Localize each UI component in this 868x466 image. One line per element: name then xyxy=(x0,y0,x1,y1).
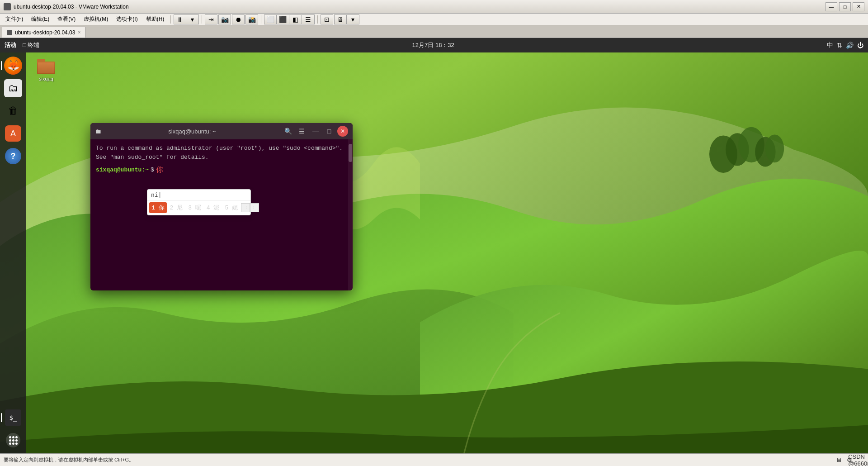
terminal-menu-label[interactable]: □ 终端 xyxy=(23,41,39,49)
dot-grid xyxy=(9,436,18,445)
terminal-prompt-symbol: $ xyxy=(151,166,154,173)
terminal-prompt-input-text: 你 xyxy=(156,165,163,175)
ime-candidate-2[interactable]: 2 尼 xyxy=(168,202,185,213)
toolbar-separator-3 xyxy=(261,15,261,24)
terminal-folder-icon: 🖿 xyxy=(95,128,101,135)
vmware-app-icon xyxy=(4,3,11,10)
snapshot-btn[interactable]: 📸 xyxy=(245,14,258,24)
view-dropdown[interactable]: ☰ xyxy=(302,14,315,24)
window-title: ubuntu-desktop-20.04.03 - VMware Worksta… xyxy=(14,4,129,10)
ime-candidate-1[interactable]: 1 你 xyxy=(149,202,167,213)
ime-candidate-5[interactable]: 5 妮 xyxy=(222,202,240,213)
send-key-btn[interactable]: ⇥ xyxy=(205,14,217,24)
ime-nav-buttons: 〈 〉 xyxy=(241,203,259,212)
help-icon: ? xyxy=(5,148,21,164)
svg-point-5 xyxy=(765,134,784,162)
title-bar: ubuntu-desktop-20.04.03 - VMware Worksta… xyxy=(0,0,868,14)
power-btn[interactable]: ⏸ xyxy=(174,14,186,24)
ime-candidate-3[interactable]: 3 呢 xyxy=(186,202,203,213)
menu-tabs[interactable]: 选项卡(I) xyxy=(113,14,141,24)
toolbar-separator-1 xyxy=(170,15,171,24)
power-status-icon[interactable]: ⏻ xyxy=(857,42,863,49)
power-dropdown[interactable]: ▾ xyxy=(186,14,199,24)
display-btn[interactable]: 🖥 xyxy=(334,14,347,24)
folder-icon xyxy=(37,59,55,75)
fullscreen-btn[interactable]: ⬛ xyxy=(277,14,289,24)
terminal-info-line1: To run a command as administrator (user … xyxy=(96,144,347,153)
dock-item-terminal[interactable]: $_ xyxy=(4,408,23,427)
terminal-title: sixqaq@ubuntu: ~ xyxy=(168,128,216,135)
vm-tab[interactable]: ubuntu-desktop-20.04.03 × xyxy=(2,27,85,38)
screenshot-btn[interactable]: 📷 xyxy=(218,14,231,24)
dock-item-help[interactable]: ? xyxy=(4,147,23,166)
dock-item-app-grid[interactable] xyxy=(4,431,23,450)
dock-item-files[interactable]: 🗂 xyxy=(4,79,23,98)
dock-item-software[interactable]: A xyxy=(4,124,23,143)
vm-tab-icon xyxy=(7,30,12,35)
software-center-icon: A xyxy=(5,125,21,142)
prompt-username: sixqaq@ubuntu xyxy=(96,166,142,173)
terminal-scrollbar-thumb[interactable] xyxy=(349,144,352,162)
minimize-button[interactable]: — xyxy=(826,2,837,11)
unity-btn[interactable]: ◧ xyxy=(289,14,302,24)
gnome-top-bar: 活动 □ 终端 12月7日 18：32 中 ⇅ 🔊 ⏻ xyxy=(0,38,868,52)
status-csdn-label: CSDN @6660ro xyxy=(856,456,864,464)
status-bar-right: 🖥 ⚙ CSDN @6660ro xyxy=(835,456,864,464)
dock-item-trash[interactable]: 🗑 xyxy=(4,101,23,120)
gnome-top-left: 活动 □ 终端 xyxy=(5,41,39,49)
display-controls: 🖥 ▾ xyxy=(334,14,359,24)
gnome-dock: 🦊 🗂 🗑 A ? $_ xyxy=(0,52,26,453)
terminal-window[interactable]: 🖿 sixqaq@ubuntu: ~ 🔍 ☰ — □ ✕ To run a co… xyxy=(90,123,353,290)
dock-item-firefox[interactable]: 🦊 xyxy=(4,56,23,75)
display-dropdown[interactable]: ▾ xyxy=(347,14,359,24)
split-view-btn[interactable]: ⬜ xyxy=(264,14,277,24)
input-method-indicator[interactable]: 中 xyxy=(827,41,833,49)
network-status-icon[interactable]: ⇅ xyxy=(837,42,842,49)
record-btn[interactable]: ⏺ xyxy=(232,14,245,24)
title-bar-left: ubuntu-desktop-20.04.03 - VMware Worksta… xyxy=(4,3,129,10)
terminal-scrollbar[interactable] xyxy=(348,139,353,290)
tab-bar: ubuntu-desktop-20.04.03 × xyxy=(0,25,868,38)
menu-vm[interactable]: 虚拟机(M) xyxy=(80,14,112,24)
maximize-button[interactable]: □ xyxy=(839,2,851,11)
menu-view[interactable]: 查看(V) xyxy=(54,14,79,24)
vm-tab-label: ubuntu-desktop-20.04.03 xyxy=(15,29,75,36)
status-hint-text: 要将输入定向到虚拟机，请在虚拟机内部单击或按 Ctrl+G。 xyxy=(4,456,134,463)
ime-prev-btn[interactable]: 〈 xyxy=(241,203,250,212)
terminal-close-btn[interactable]: ✕ xyxy=(337,126,348,137)
toolbar-separator-4 xyxy=(317,15,318,24)
ime-popup[interactable]: ni| 1 你 2 尼 3 呢 4 泥 5 妮 〈 〉 xyxy=(147,189,251,215)
terminal-menu-btn[interactable]: ☰ xyxy=(297,126,307,137)
terminal-prompt-line: sixqaq@ubuntu:~ $ 你 xyxy=(96,165,347,175)
fit-btn[interactable]: ⊡ xyxy=(321,14,333,24)
terminal-titlebar-left: 🖿 xyxy=(95,128,101,135)
gnome-datetime[interactable]: 12月7日 18：32 xyxy=(412,41,454,49)
title-bar-controls: — □ ✕ xyxy=(826,2,864,11)
vm-desktop[interactable]: 活动 □ 终端 12月7日 18：32 中 ⇅ 🔊 ⏻ 🦊 🗂 🗑 xyxy=(0,38,868,466)
ime-next-btn[interactable]: 〉 xyxy=(250,203,259,212)
power-controls: ⏸ ▾ xyxy=(174,14,199,24)
vmware-window: ubuntu-desktop-20.04.03 - VMware Worksta… xyxy=(0,0,868,466)
ime-input-text: ni| xyxy=(147,190,250,200)
menu-help[interactable]: 帮助(H) xyxy=(142,14,168,24)
terminal-content[interactable]: To run a command as administrator (user … xyxy=(90,139,353,290)
close-button[interactable]: ✕ xyxy=(853,2,864,11)
volume-icon[interactable]: 🔊 xyxy=(846,42,854,49)
terminal-maximize-btn[interactable]: □ xyxy=(324,126,335,137)
desktop-icon-sixqaq[interactable]: sixqaq xyxy=(35,57,57,83)
terminal-window-controls: 🔍 ☰ — □ ✕ xyxy=(283,126,348,137)
status-display-icon[interactable]: 🖥 xyxy=(835,456,843,464)
terminal-info-line2: See "man sudo_root" for details. xyxy=(96,153,347,162)
activities-button[interactable]: 活动 xyxy=(5,41,16,49)
toolbar-separator-2 xyxy=(202,15,202,24)
folder-label: sixqaq xyxy=(39,76,53,81)
terminal-titlebar: 🖿 sixqaq@ubuntu: ~ 🔍 ☰ — □ ✕ xyxy=(90,123,353,139)
vm-status-bar: 要将输入定向到虚拟机，请在虚拟机内部单击或按 Ctrl+G。 🖥 ⚙ CSDN … xyxy=(0,453,868,466)
terminal-search-btn[interactable]: 🔍 xyxy=(283,126,294,137)
menu-file[interactable]: 文件(F) xyxy=(2,14,27,24)
vm-tab-close[interactable]: × xyxy=(78,30,80,35)
terminal-minimize-btn[interactable]: — xyxy=(310,126,321,137)
view-controls: ⬜ ⬛ ◧ ☰ xyxy=(264,14,315,24)
ime-candidate-4[interactable]: 4 泥 xyxy=(204,202,222,213)
menu-edit[interactable]: 编辑(E) xyxy=(28,14,53,24)
